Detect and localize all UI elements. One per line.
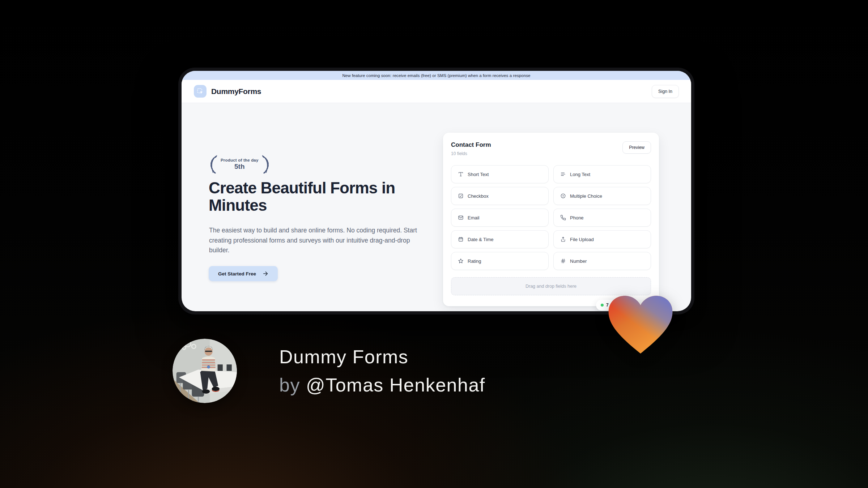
sign-in-button[interactable]: Sign In bbox=[652, 85, 679, 98]
field-type-phone[interactable]: Phone bbox=[553, 209, 651, 227]
gradient-heart-icon bbox=[607, 292, 675, 358]
upload-icon bbox=[560, 236, 566, 242]
green-status-dot-icon bbox=[601, 304, 604, 307]
hero-description: The easiest way to build and share onlin… bbox=[209, 226, 417, 256]
hero-title: Create Beautiful Forms inMinutes bbox=[209, 179, 426, 214]
field-type-multiple-choice[interactable]: Multiple Choice bbox=[553, 187, 651, 205]
phone-icon bbox=[560, 215, 566, 221]
hero-title-line2: Minutes bbox=[209, 196, 267, 214]
field-type-checkbox[interactable]: Checkbox bbox=[451, 187, 549, 205]
outro-byline: by @Tomas Henkenhaf bbox=[279, 371, 485, 399]
get-started-label: Get Started Free bbox=[218, 271, 256, 277]
app-screen: New feature coming soon: receive emails … bbox=[182, 71, 691, 311]
hash-icon bbox=[560, 258, 566, 264]
field-label: Date & Time bbox=[468, 237, 494, 242]
field-label: File Upload bbox=[570, 237, 594, 242]
field-label: Phone bbox=[570, 215, 584, 221]
calendar-icon bbox=[458, 236, 464, 242]
field-type-number[interactable]: Number bbox=[553, 252, 651, 270]
field-label: Long Text bbox=[570, 172, 590, 177]
field-type-email[interactable]: Email bbox=[451, 209, 549, 227]
announcement-text: New feature coming soon: receive emails … bbox=[342, 73, 530, 78]
drag-drop-text: Drag and drop fields here bbox=[526, 284, 576, 289]
get-started-button[interactable]: Get Started Free bbox=[209, 266, 278, 281]
type-icon bbox=[458, 171, 464, 177]
field-type-grid: Short Text Long Text Checkbox Multiple C… bbox=[451, 165, 651, 270]
align-left-icon bbox=[560, 171, 566, 177]
field-type-date-time[interactable]: Date & Time bbox=[451, 230, 549, 248]
star-icon bbox=[458, 258, 464, 264]
field-label: Checkbox bbox=[468, 193, 489, 199]
outro-byline-handle: @Tomas Henkenhaf bbox=[306, 374, 485, 395]
card-header: Contact Form 10 fields Preview bbox=[451, 141, 651, 159]
field-type-rating[interactable]: Rating bbox=[451, 252, 549, 270]
field-type-short-text[interactable]: Short Text bbox=[451, 165, 549, 183]
mail-icon bbox=[458, 215, 464, 221]
field-label: Email bbox=[468, 215, 480, 221]
brand: DummyForms bbox=[194, 85, 261, 98]
field-label: Rating bbox=[468, 258, 481, 264]
laurel-right-icon bbox=[261, 155, 271, 174]
brand-name: DummyForms bbox=[211, 87, 261, 96]
arrow-right-icon bbox=[263, 271, 268, 277]
form-title: Contact Form bbox=[451, 141, 491, 149]
announcement-banner: New feature coming soon: receive emails … bbox=[182, 71, 691, 80]
field-type-file-upload[interactable]: File Upload bbox=[553, 230, 651, 248]
radio-icon bbox=[560, 193, 566, 199]
field-label: Short Text bbox=[468, 172, 489, 177]
outro-title: Dummy Forms bbox=[279, 343, 485, 371]
award-texts: Product of the day 5th bbox=[221, 158, 259, 171]
site-header: DummyForms Sign In bbox=[182, 80, 691, 103]
dummyforms-logo-icon bbox=[194, 85, 207, 98]
award-title: Product of the day bbox=[221, 158, 259, 162]
laurel-left-icon bbox=[209, 155, 218, 174]
award-rank: 5th bbox=[221, 163, 259, 171]
field-type-long-text[interactable]: Long Text bbox=[553, 165, 651, 183]
author-avatar bbox=[173, 339, 237, 403]
promo-background: New feature coming soon: receive emails … bbox=[0, 0, 868, 488]
hero-title-line1: Create Beautiful Forms in bbox=[209, 179, 395, 197]
form-builder-card: Contact Form 10 fields Preview Short Tex… bbox=[443, 133, 659, 306]
field-label: Number bbox=[570, 258, 587, 264]
form-field-count: 10 fields bbox=[451, 151, 491, 156]
field-label: Multiple Choice bbox=[570, 193, 602, 199]
outro-caption: Dummy Forms by @Tomas Henkenhaf bbox=[279, 343, 485, 399]
product-of-the-day-badge: Product of the day 5th bbox=[209, 155, 271, 174]
browser-window: New feature coming soon: receive emails … bbox=[178, 68, 694, 314]
outro-byline-prefix: by bbox=[279, 374, 300, 395]
preview-button[interactable]: Preview bbox=[622, 141, 651, 154]
checkbox-icon bbox=[458, 193, 464, 199]
